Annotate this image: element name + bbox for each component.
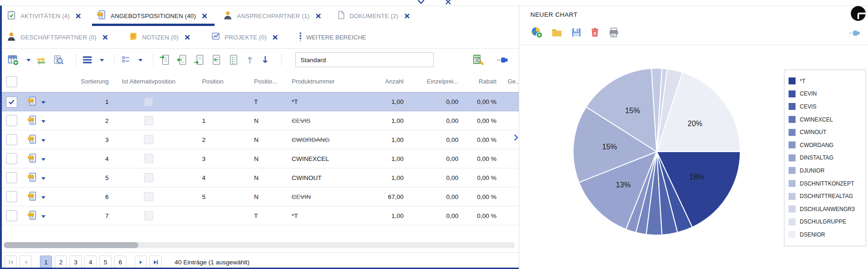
column-header-ge[interactable]: Ge... bbox=[499, 78, 519, 85]
insert-position-before-icon[interactable] bbox=[159, 54, 170, 65]
document-folder-icon[interactable] bbox=[27, 210, 37, 222]
legend-item-dinstaltag[interactable]: DINSTALTAG bbox=[789, 152, 861, 165]
tab-close-icon[interactable] bbox=[185, 35, 190, 40]
row-checkbox[interactable] bbox=[6, 134, 17, 145]
table-settings-icon[interactable] bbox=[473, 54, 484, 66]
insert-position-after-icon[interactable] bbox=[194, 54, 205, 65]
caret-down-icon[interactable] bbox=[41, 136, 46, 143]
alternativposition-checkbox[interactable] bbox=[144, 135, 153, 144]
legend-item-cwinout[interactable]: CWINOUT bbox=[789, 126, 861, 139]
caret-down-icon[interactable] bbox=[41, 174, 46, 181]
tab-projekte-0[interactable]: PROJEKTE (0) bbox=[211, 32, 278, 43]
column-header-rabatt[interactable]: Rabatt bbox=[461, 78, 499, 85]
row-checkbox[interactable] bbox=[6, 96, 17, 108]
new-chart-icon[interactable] bbox=[530, 26, 543, 38]
table-row[interactable]: 21NCEVIS1,000,000,00 % bbox=[0, 111, 519, 130]
alternativposition-checkbox[interactable] bbox=[144, 154, 153, 163]
column-search-icon[interactable] bbox=[53, 54, 64, 65]
pager-next-button[interactable] bbox=[135, 256, 147, 269]
caret-down-icon[interactable] bbox=[41, 117, 46, 124]
add-table-icon[interactable] bbox=[7, 54, 19, 66]
column-header-ist-alternativposition[interactable]: Ist Alternativposition bbox=[111, 78, 186, 85]
insert-position-into-icon[interactable] bbox=[176, 54, 188, 65]
legend-item-t[interactable]: *T bbox=[789, 75, 861, 88]
legend-item-dschulanwengr3[interactable]: DSCHULANWENGR3 bbox=[789, 203, 861, 216]
row-checkbox[interactable] bbox=[6, 172, 17, 183]
legend-item-cwordang[interactable]: CWORDANG bbox=[789, 139, 861, 152]
alternativposition-checkbox[interactable] bbox=[144, 116, 153, 125]
column-header-einzelprei[interactable]: Einzelprei... bbox=[406, 78, 461, 85]
window-close-icon[interactable] bbox=[445, 0, 451, 6]
column-header-anzahl[interactable]: Anzahl bbox=[372, 78, 406, 85]
page-button-6[interactable]: 6 bbox=[114, 256, 126, 269]
more-areas-button[interactable]: WEITERE BEREICHE bbox=[299, 32, 366, 43]
row-checkbox[interactable] bbox=[6, 191, 17, 202]
tab-close-icon[interactable] bbox=[316, 13, 321, 19]
legend-item-djunior[interactable]: DJUNIOR bbox=[789, 164, 861, 177]
tab-notizen-0[interactable]: NOTIZEN (0) bbox=[129, 32, 190, 43]
page-button-4[interactable]: 4 bbox=[85, 256, 97, 269]
caret-down-icon[interactable] bbox=[100, 59, 104, 62]
legend-item-cwinexcel[interactable]: CWINEXCEL bbox=[789, 113, 861, 126]
tab-ansprechpartner-1[interactable]: ANSPRECHPARTNER (1) bbox=[223, 10, 320, 22]
table-row[interactable]: 54NCWINOUT1,000,000,00 % bbox=[0, 168, 519, 187]
table-row[interactable]: 1T*T1,000,000,00 % bbox=[0, 92, 519, 111]
sort-up-icon[interactable] bbox=[245, 54, 255, 65]
column-header-produktnummer[interactable]: Produktnummer bbox=[286, 78, 372, 85]
tab-close-icon[interactable] bbox=[273, 35, 278, 40]
tab-close-icon[interactable] bbox=[202, 13, 207, 19]
document-folder-icon[interactable] bbox=[27, 96, 37, 108]
document-folder-icon[interactable] bbox=[27, 115, 37, 127]
document-folder-icon[interactable] bbox=[27, 134, 37, 146]
legend-item-dschnittkonzept[interactable]: DSCHNITTKONZEPT bbox=[789, 177, 861, 190]
table-row[interactable]: 32NCWORDANG1,000,000,00 % bbox=[0, 130, 519, 149]
page-button-3[interactable]: 3 bbox=[70, 256, 82, 269]
collapse-chevron-icon[interactable] bbox=[417, 0, 425, 6]
column-header-sortierung[interactable]: Sortierung bbox=[61, 78, 111, 85]
caret-down-icon[interactable] bbox=[41, 98, 46, 105]
menu-lines-icon[interactable] bbox=[82, 56, 92, 64]
page-button-1[interactable]: 1 bbox=[40, 256, 52, 269]
legend-item-dschnittrealtag[interactable]: DSCHNITTREALTAG bbox=[789, 190, 861, 203]
horizontal-scrollbar[interactable] bbox=[4, 242, 515, 248]
tab-close-icon[interactable] bbox=[405, 13, 410, 19]
alternativposition-checkbox[interactable] bbox=[144, 173, 153, 182]
alternativposition-checkbox[interactable] bbox=[144, 192, 153, 201]
legend-item-dsenior[interactable]: DSENIOR bbox=[789, 228, 861, 241]
print-chart-icon[interactable] bbox=[608, 27, 620, 38]
tab-gesch-ftspartner-0[interactable]: GESCHÄFTSPARTNER (0) bbox=[7, 32, 108, 43]
caret-down-icon[interactable] bbox=[41, 212, 46, 219]
row-checkbox[interactable] bbox=[6, 153, 17, 164]
table-row[interactable]: 65NCEVIN67,000,000,00 % bbox=[0, 187, 519, 206]
document-folder-icon[interactable] bbox=[27, 172, 37, 184]
caret-down-icon[interactable] bbox=[41, 193, 46, 200]
row-checkbox[interactable] bbox=[6, 115, 17, 126]
document-folder-icon[interactable] bbox=[27, 191, 37, 203]
remove-position-icon[interactable] bbox=[211, 54, 222, 65]
column-header-positio[interactable]: Positio... bbox=[237, 78, 286, 85]
save-chart-icon[interactable] bbox=[571, 27, 582, 38]
position-list-icon[interactable] bbox=[228, 54, 239, 65]
table-row[interactable]: 43NCWINEXCEL1,000,000,00 % bbox=[0, 149, 519, 168]
pin-icon[interactable] bbox=[496, 57, 509, 63]
alternativposition-checkbox[interactable] bbox=[144, 211, 153, 220]
tab-dokumente-2[interactable]: DOKUMENTE (2) bbox=[337, 10, 410, 22]
caret-down-icon[interactable] bbox=[26, 59, 31, 62]
legend-item-dschulgruppe[interactable]: DSCHULGRUPPE bbox=[789, 216, 861, 229]
legend-item-cevis[interactable]: CEVIS bbox=[789, 100, 861, 113]
document-folder-icon[interactable] bbox=[27, 153, 37, 165]
row-checkbox[interactable] bbox=[6, 210, 17, 221]
tab-angebotspositionen-40[interactable]: ANGEBOTSPOSITIONEN (40) bbox=[97, 10, 207, 22]
scrollbar-thumb[interactable] bbox=[4, 242, 138, 248]
page-button-5[interactable]: 5 bbox=[99, 256, 111, 269]
list-settings-icon[interactable] bbox=[121, 55, 131, 64]
table-row[interactable]: 7T*T1,000,000,00 % bbox=[0, 206, 519, 225]
pin-light-icon[interactable] bbox=[848, 30, 861, 38]
transfer-icon[interactable] bbox=[35, 55, 47, 65]
column-header-position[interactable]: Position bbox=[186, 78, 237, 85]
open-chart-icon[interactable] bbox=[551, 27, 563, 38]
sort-down-icon[interactable] bbox=[261, 54, 270, 65]
delete-chart-icon[interactable] bbox=[590, 26, 600, 38]
select-all-checkbox[interactable] bbox=[6, 76, 17, 87]
tab-close-icon[interactable] bbox=[103, 35, 108, 40]
